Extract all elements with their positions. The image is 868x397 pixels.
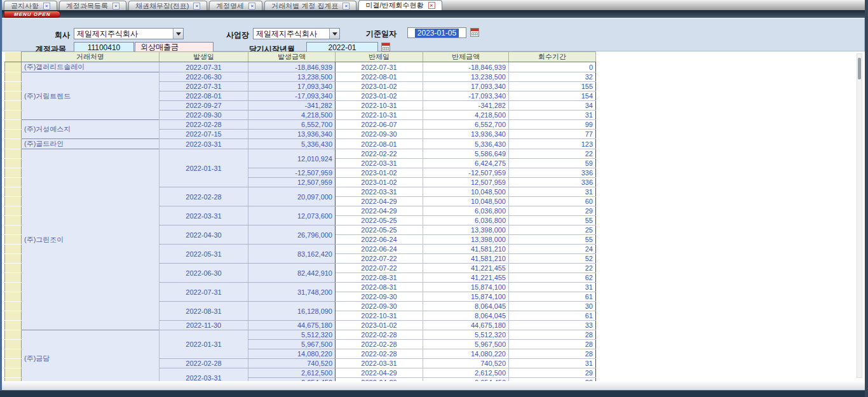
company-select[interactable]: 제일제지주식회사 bbox=[74, 28, 184, 39]
collect-days: 336 bbox=[509, 178, 596, 187]
menu-open-button[interactable]: MENU OPEN bbox=[4, 11, 60, 18]
collect-days: 52 bbox=[509, 254, 596, 264]
settle-amount: 12,507,959 bbox=[423, 178, 509, 187]
row-selector[interactable] bbox=[5, 311, 22, 321]
row-selector[interactable] bbox=[5, 149, 22, 159]
header-occur-amount[interactable]: 발생금액 bbox=[248, 52, 336, 62]
settle-amount: 17,093,340 bbox=[423, 82, 509, 91]
row-selector[interactable] bbox=[5, 349, 22, 359]
settle-date: 2023-01-02 bbox=[336, 82, 423, 91]
row-selector[interactable] bbox=[5, 178, 22, 187]
row-selector[interactable] bbox=[5, 283, 22, 292]
settle-amount: 5,512,320 bbox=[423, 330, 509, 340]
calendar-icon[interactable] bbox=[381, 43, 390, 51]
header-collect-days[interactable]: 회수기간 bbox=[509, 52, 596, 62]
occur-date: 2022-03-31 bbox=[159, 368, 248, 382]
row-selector[interactable] bbox=[5, 120, 22, 130]
row-selector[interactable] bbox=[5, 273, 22, 283]
settle-amount: -17,093,340 bbox=[423, 91, 509, 101]
horizontal-scrollbar[interactable] bbox=[2, 381, 865, 390]
row-selector[interactable] bbox=[5, 225, 22, 235]
tab-label: 공지사항 bbox=[11, 1, 39, 11]
row-selector[interactable] bbox=[5, 292, 22, 302]
settle-date: 2022-07-22 bbox=[336, 254, 423, 264]
collect-days: 33 bbox=[509, 321, 596, 330]
row-selector[interactable] bbox=[5, 368, 22, 378]
row-selector[interactable] bbox=[5, 235, 22, 245]
tab-close-icon[interactable]: ✕ bbox=[428, 2, 435, 9]
occur-amount: 5,967,500 bbox=[248, 340, 336, 349]
collect-days: 61 bbox=[509, 311, 596, 321]
settle-date: 2022-06-07 bbox=[336, 120, 423, 130]
tab[interactable]: 채권채무장(전표)✕ bbox=[128, 1, 207, 10]
row-selector[interactable] bbox=[5, 91, 22, 101]
chevron-down-icon[interactable] bbox=[329, 29, 339, 39]
row-selector[interactable] bbox=[5, 216, 22, 225]
occur-amount: 5,336,430 bbox=[248, 139, 336, 149]
tab[interactable]: 계정과목등록✕ bbox=[59, 1, 126, 10]
occur-amount: 26,796,000 bbox=[248, 225, 336, 245]
row-selector[interactable] bbox=[5, 264, 22, 273]
settle-amount: 13,398,000 bbox=[423, 225, 509, 235]
settle-amount: -341,282 bbox=[423, 101, 509, 111]
site-select[interactable]: 제일제지주식회사 bbox=[253, 28, 340, 39]
collect-days: 123 bbox=[509, 139, 596, 149]
settle-date: 2022-02-22 bbox=[336, 149, 423, 159]
row-selector[interactable] bbox=[5, 101, 22, 111]
row-selector[interactable] bbox=[5, 254, 22, 264]
occur-date: 2022-11-30 bbox=[159, 321, 248, 330]
row-selector[interactable] bbox=[5, 111, 22, 120]
tab[interactable]: 거래처별 계정 집계표✕ bbox=[264, 1, 356, 10]
row-selector[interactable] bbox=[5, 359, 22, 368]
row-selector[interactable] bbox=[5, 139, 22, 149]
calendar-icon[interactable] bbox=[470, 28, 479, 37]
settle-amount: -12,507,959 bbox=[423, 168, 509, 178]
account-code-value: 11100410 bbox=[88, 43, 121, 52]
row-selector[interactable] bbox=[5, 159, 22, 168]
tab[interactable]: 계정명세✕ bbox=[209, 1, 262, 10]
tab-close-icon[interactable]: ✕ bbox=[193, 3, 200, 10]
tab-close-icon[interactable]: ✕ bbox=[248, 3, 255, 10]
row-selector[interactable] bbox=[5, 330, 22, 340]
row-selector[interactable] bbox=[5, 340, 22, 349]
customer-name: (주)거림트렌드 bbox=[22, 72, 159, 120]
tab-close-icon[interactable]: ✕ bbox=[342, 3, 349, 10]
row-selector[interactable] bbox=[5, 62, 22, 72]
row-selector[interactable] bbox=[5, 321, 22, 330]
collect-days: 61 bbox=[509, 292, 596, 302]
settle-amount: 41,221,455 bbox=[423, 273, 509, 283]
data-grid: 거래처명 발생일 발생금액 반제일 반제금액 회수기간 (주)갤러리드솔레이20… bbox=[4, 51, 596, 381]
occur-date: 2022-09-30 bbox=[159, 111, 248, 120]
settle-amount: 5,586,649 bbox=[423, 149, 509, 159]
tab-active[interactable]: 미결/반제회수현황✕ bbox=[358, 0, 442, 10]
collect-days: 28 bbox=[509, 349, 596, 359]
header-customer[interactable]: 거래처명 bbox=[22, 52, 159, 62]
settle-amount: 10,048,500 bbox=[423, 187, 509, 197]
row-selector[interactable] bbox=[5, 82, 22, 91]
scrollbar-thumb[interactable] bbox=[858, 58, 861, 79]
collect-days: 99 bbox=[509, 120, 596, 130]
collect-days: 31 bbox=[509, 283, 596, 292]
base-date-input[interactable]: 2023-01-05 bbox=[407, 27, 466, 38]
row-selector[interactable] bbox=[5, 130, 22, 139]
collect-days: 22 bbox=[509, 264, 596, 273]
header-settle-amount[interactable]: 반제금액 bbox=[423, 52, 509, 62]
chevron-down-icon[interactable] bbox=[173, 29, 183, 39]
row-selector[interactable] bbox=[5, 206, 22, 216]
row-selector[interactable] bbox=[5, 245, 22, 254]
header-occur-date[interactable]: 발생일 bbox=[159, 52, 248, 62]
vertical-scrollbar[interactable] bbox=[857, 53, 862, 378]
tab-close-icon[interactable]: ✕ bbox=[112, 3, 119, 10]
occur-amount: 31,748,200 bbox=[248, 283, 336, 302]
settle-amount: 4,218,500 bbox=[423, 111, 509, 120]
row-selector[interactable] bbox=[5, 187, 22, 197]
tab[interactable]: 공지사항✕ bbox=[4, 1, 57, 10]
header-settle-date[interactable]: 반제일 bbox=[336, 52, 423, 62]
occur-amount: -18,846,939 bbox=[248, 62, 336, 72]
occur-amount: 5,512,320 bbox=[248, 330, 336, 340]
tab-close-icon[interactable]: ✕ bbox=[43, 3, 50, 10]
row-selector[interactable] bbox=[5, 72, 22, 82]
row-selector[interactable] bbox=[5, 302, 22, 311]
row-selector[interactable] bbox=[5, 168, 22, 178]
row-selector[interactable] bbox=[5, 197, 22, 206]
